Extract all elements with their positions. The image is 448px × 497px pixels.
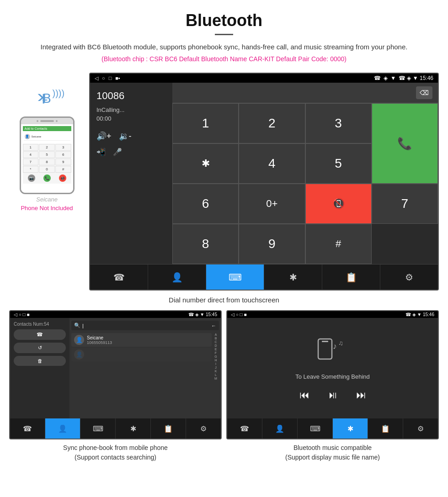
phone-key-5[interactable]: 5 (39, 151, 55, 158)
phone-key-star[interactable]: * (23, 166, 39, 173)
phonebook-contact-item-2[interactable]: 👤 (71, 348, 212, 361)
phonebook-right-panel: 🔍 | ← 👤 Seicane 10655059113 (69, 318, 221, 418)
alpha-b[interactable]: B (215, 337, 217, 340)
music-screen: ◁ ○ □ ■ ☎ ◈ ▼ 15:46 ♪ ♫ To Leave Somethi… (226, 310, 439, 439)
header-specs: (Bluetooth chip : CSR BC6 Default Blueto… (18, 55, 430, 63)
car-nav-files[interactable]: 📋 (322, 264, 380, 290)
car-key-1[interactable]: 1 (172, 103, 239, 143)
vol-dn-icon[interactable]: 🔉- (119, 131, 132, 141)
alpha-f[interactable]: F (215, 351, 217, 354)
car-nav-bluetooth[interactable]: ✱ (264, 264, 322, 290)
phone-key-4[interactable]: 4 (23, 151, 39, 158)
music-status-left: ◁ ○ □ ■ (231, 312, 246, 317)
car-call-button[interactable]: 📞 (372, 103, 438, 184)
car-key-8[interactable]: 8 (172, 224, 239, 264)
play-pause-button[interactable]: ⏯ (328, 389, 338, 401)
pb-nav-contacts[interactable]: 👤 (45, 418, 80, 439)
pb-call-btn[interactable]: ☎ (14, 329, 66, 340)
alpha-e[interactable]: E (215, 348, 217, 351)
car-key-2[interactable]: 2 (239, 103, 305, 143)
alpha-i[interactable]: I (215, 362, 216, 365)
transfer-icon[interactable]: 📲 (96, 148, 106, 156)
car-key-star[interactable]: ✱ (172, 143, 239, 184)
pb-delete-btn[interactable]: 🗑 (14, 356, 66, 366)
music-status-bar: ◁ ○ □ ■ ☎ ◈ ▼ 15:46 (227, 311, 438, 318)
pb-nav-files[interactable]: 📋 (151, 418, 186, 439)
contact-avatar: 👤 (74, 335, 84, 345)
bluetooth-icon-area: Ƀ )))) ʞ (29, 86, 65, 114)
calls-icon: ☎ (113, 272, 125, 283)
phone-key-2[interactable]: 2 (39, 144, 55, 151)
notification-icons: ■▪ (115, 75, 120, 81)
alpha-d[interactable]: D (214, 344, 217, 347)
car-nav-dialpad[interactable]: ⌨ (206, 264, 264, 290)
car-backspace-button[interactable]: ⌫ (416, 86, 432, 99)
car-nav-settings[interactable]: ⚙ (380, 264, 438, 290)
svg-text:♪: ♪ (333, 342, 337, 351)
music-nav-calls[interactable]: ☎ (227, 418, 262, 439)
alpha-a[interactable]: A (215, 333, 217, 336)
car-nav-calls[interactable]: ☎ (90, 264, 148, 290)
phone-key-7[interactable]: 7 (23, 159, 39, 165)
music-nav-bluetooth[interactable]: ✱ (333, 418, 368, 439)
music-nav-dialpad[interactable]: ⌨ (298, 418, 333, 439)
alpha-k[interactable]: K (215, 370, 217, 373)
pb-call-icon: ☎ (37, 332, 43, 338)
car-key-0plus[interactable]: 0+ (239, 184, 305, 224)
phone-key-hash[interactable]: # (55, 166, 71, 173)
phone-camera-btn[interactable]: 📷 (28, 174, 35, 182)
car-key-7[interactable]: 7 (372, 184, 438, 224)
alpha-m[interactable]: M (214, 377, 217, 380)
phone-key-0[interactable]: 0 (39, 166, 55, 173)
pb-status-right: ☎ ◈ ▼ 15:45 (188, 312, 217, 317)
car-bottom-nav: ☎ 👤 ⌨ ✱ 📋 ⚙ (90, 264, 438, 290)
car-keypad: 1 2 3 📞 ✱ 4 5 6 0+ 📵 7 8 9 (172, 103, 438, 264)
car-key-6[interactable]: 6 (172, 184, 239, 224)
settings-icon: ⚙ (405, 272, 413, 283)
header-section: Bluetooth Integrated with BC6 Bluetooth … (0, 0, 448, 68)
music-bottom-nav: ☎ 👤 ⌨ ✱ 📋 ⚙ (227, 418, 438, 439)
alpha-l[interactable]: L (215, 373, 217, 376)
phone-key-9[interactable]: 9 (55, 159, 71, 165)
back-icon: ◁ (95, 75, 98, 81)
car-end-button[interactable]: 📵 (305, 184, 372, 224)
pb-nav-settings[interactable]: ⚙ (186, 418, 221, 439)
car-key-hash[interactable]: # (305, 224, 372, 264)
music-nav-contacts[interactable]: 👤 (262, 418, 298, 439)
car-key-3[interactable]: 3 (305, 103, 372, 143)
music-nav-files[interactable]: 📋 (368, 418, 403, 439)
car-key-4[interactable]: 4 (239, 143, 305, 184)
car-key-5[interactable]: 5 (305, 143, 372, 184)
pb-nav-bluetooth[interactable]: ✱ (116, 418, 151, 439)
phone-end-btn[interactable]: 📵 (59, 174, 66, 182)
pb-search-bar[interactable]: 🔍 | ← (71, 321, 219, 330)
pb-nav-dialpad[interactable]: ⌨ (80, 418, 116, 439)
phone-key-8[interactable]: 8 (39, 159, 55, 165)
phonebook-contact-item[interactable]: 👤 Seicane 10655059113 (71, 333, 212, 347)
music-calls-icon: ☎ (240, 424, 249, 433)
next-track-button[interactable]: ⏭ (356, 389, 366, 401)
prev-track-button[interactable]: ⏮ (299, 389, 309, 401)
phone-key-3[interactable]: 3 (55, 144, 71, 151)
car-nav-contacts[interactable]: 👤 (148, 264, 206, 290)
phone-call-btn[interactable]: 📞 (43, 174, 51, 182)
phone-key-1[interactable]: 1 (23, 144, 39, 151)
contact-list-area: 👤 Seicane 10655059113 👤 (71, 333, 219, 380)
alpha-h[interactable]: H (214, 359, 217, 362)
alpha-c[interactable]: C (214, 340, 217, 344)
wifi-icon: ▼ (390, 75, 396, 81)
backspace-icon: ← (211, 323, 216, 328)
mic-icon[interactable]: 🎤 (113, 148, 122, 156)
music-bt-icon: ✱ (347, 424, 353, 433)
alpha-j[interactable]: J (215, 366, 217, 369)
vol-up-icon[interactable]: 🔊+ (96, 131, 112, 141)
alpha-g[interactable]: G (214, 355, 217, 358)
pb-sync-btn[interactable]: ↺ (14, 343, 66, 353)
car-key-9[interactable]: 9 (239, 224, 305, 264)
music-caption: Bluetooth music compatible(Support displ… (285, 443, 380, 462)
pb-nav-calls[interactable]: ☎ (10, 418, 45, 439)
phone-key-6[interactable]: 6 (55, 151, 71, 158)
music-nav-settings[interactable]: ⚙ (403, 418, 438, 439)
recent-icon: □ (109, 75, 112, 81)
music-status-right: ☎ ◈ ▼ 15:46 (405, 312, 434, 317)
